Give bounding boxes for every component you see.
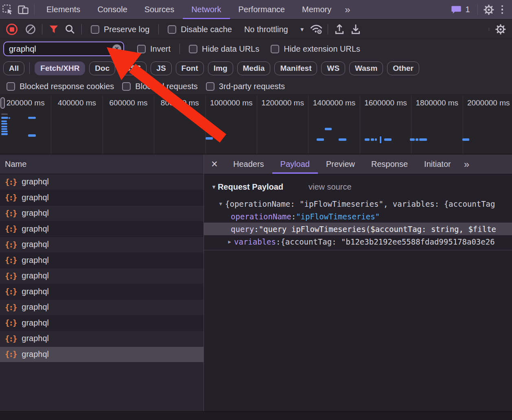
waterfall-bar[interactable] [462, 138, 469, 141]
detail-tab[interactable]: Headers [225, 155, 272, 174]
request-row[interactable]: {:} graphql [0, 268, 203, 284]
wifi-gear-icon [310, 23, 323, 36]
hide-extension-urls-checkbox[interactable] [271, 45, 279, 53]
request-row[interactable]: {:} graphql [0, 315, 203, 331]
waterfall-bar[interactable] [416, 138, 418, 141]
inspect-element-button[interactable] [0, 0, 15, 19]
extra-filter-checkbox[interactable] [122, 82, 131, 91]
timeline-brush-handle[interactable] [0, 97, 5, 109]
import-har-button[interactable] [331, 23, 348, 35]
detail-tab[interactable]: Initiator [416, 155, 459, 174]
timeline-tick: 1000000 ms [206, 95, 257, 154]
waterfall-bar[interactable] [206, 137, 213, 140]
preserve-log-checkbox[interactable] [91, 25, 99, 34]
type-chip[interactable]: Other [387, 61, 419, 75]
type-chip[interactable]: WS [321, 61, 345, 75]
main-tab[interactable]: Performance [230, 0, 294, 19]
request-row[interactable]: {:} graphql [0, 190, 203, 206]
waterfall-bar[interactable] [1, 126, 7, 127]
request-row[interactable]: {:} graphql [0, 237, 203, 253]
waterfall-bar[interactable] [379, 136, 382, 144]
type-chip[interactable]: Doc [89, 61, 115, 75]
network-overview-timeline[interactable]: 200000 ms400000 ms600000 ms800000 ms1000… [0, 95, 512, 154]
hide-data-urls-checkbox[interactable] [189, 45, 197, 53]
record-network-log-button[interactable] [6, 24, 18, 35]
type-chip[interactable]: Fetch/XHR [35, 61, 85, 75]
extra-filter-checkbox[interactable] [7, 82, 15, 91]
close-details-button[interactable]: × [204, 155, 225, 174]
detail-tab[interactable]: Preview [318, 155, 363, 174]
export-har-button[interactable] [348, 23, 364, 35]
request-payload-section[interactable]: ▼ Request Payload view source [204, 179, 512, 194]
request-row[interactable]: {:} graphql [0, 284, 203, 300]
waterfall-bar[interactable] [1, 117, 8, 119]
waterfall-bar[interactable] [365, 138, 370, 141]
settings-button[interactable] [481, 4, 497, 15]
filter-input[interactable] [3, 42, 124, 56]
payload-query-line-selected[interactable]: query: "query ipFlowTimeseries($accountT… [204, 223, 512, 235]
main-tab[interactable]: Elements [38, 0, 89, 19]
waterfall-bar[interactable] [1, 131, 8, 132]
waterfall-bar[interactable] [9, 117, 10, 119]
network-settings-button[interactable] [492, 24, 509, 35]
type-chip[interactable]: JS [151, 61, 171, 75]
filter-button[interactable] [46, 24, 62, 35]
waterfall-bar[interactable] [1, 133, 8, 135]
request-row[interactable]: {:} graphql [0, 347, 203, 363]
request-row[interactable]: {:} graphql [0, 174, 203, 190]
detail-tab[interactable]: Payload [272, 155, 318, 174]
chip-all[interactable]: All [3, 61, 24, 75]
waterfall-bar[interactable] [28, 117, 36, 119]
more-tabs-button[interactable]: » [340, 0, 355, 19]
invert-label: Invert [150, 44, 171, 54]
waterfall-bar[interactable] [339, 138, 346, 141]
request-row[interactable]: {:} graphql [0, 331, 203, 347]
clear-network-log-button[interactable] [22, 24, 39, 35]
waterfall-bar[interactable] [317, 138, 324, 141]
issues-button[interactable]: 1 [451, 4, 470, 15]
detail-tab[interactable]: Response [363, 155, 416, 174]
view-source-link[interactable]: view source [309, 182, 352, 192]
waterfall-bar[interactable] [371, 138, 374, 141]
upload-icon [333, 23, 346, 35]
main-tab[interactable]: Memory [293, 0, 340, 19]
waterfall-bar[interactable] [384, 138, 392, 141]
request-row[interactable]: {:} graphql [0, 253, 203, 269]
waterfall-bar[interactable] [325, 128, 332, 130]
main-tab[interactable]: Network [183, 0, 230, 19]
network-conditions-button[interactable] [308, 23, 324, 36]
device-toolbar-button[interactable] [15, 0, 31, 19]
request-row[interactable]: {:} graphql [0, 221, 203, 237]
waterfall-bar[interactable] [410, 138, 415, 141]
main-tab[interactable]: Console [89, 0, 136, 19]
type-chip[interactable]: Media [237, 61, 271, 75]
payload-operation-line[interactable]: operationName: "ipFlowTimeseries" [204, 210, 512, 223]
payload-variables-line[interactable]: ▶ variables: {accountTag: "b12e3b2192ee5… [204, 235, 512, 248]
more-detail-tabs-button[interactable]: » [459, 155, 474, 174]
request-row[interactable]: {:} graphql [0, 300, 203, 315]
type-chip[interactable]: Wasm [349, 61, 383, 75]
waterfall-bar[interactable] [1, 120, 7, 122]
type-chip[interactable]: Manifest [274, 61, 317, 75]
type-chip[interactable]: Img [208, 61, 233, 75]
search-button[interactable] [62, 24, 78, 35]
waterfall-bar[interactable] [1, 128, 7, 130]
waterfall-bar[interactable] [1, 123, 7, 125]
waterfall-bar[interactable] [1, 114, 8, 115]
invert-checkbox[interactable] [137, 45, 146, 53]
name-column-header[interactable]: Name [0, 155, 203, 174]
clear-filter-button[interactable]: × [112, 44, 121, 53]
menu-button[interactable] [497, 5, 508, 14]
extra-filter-checkbox[interactable] [206, 82, 214, 91]
json-braces-icon: {:} [5, 318, 16, 327]
payload-summary-line[interactable]: ▼ {operationName: "ipFlowTimeseries", va… [204, 197, 512, 210]
waterfall-bar[interactable] [375, 138, 377, 141]
waterfall-bar[interactable] [419, 138, 427, 141]
main-tab[interactable]: Sources [136, 0, 183, 19]
throttling-select[interactable]: No throttling ▼ [244, 25, 305, 34]
type-chip[interactable]: CSS [119, 61, 147, 75]
type-chip[interactable]: Font [176, 61, 204, 75]
waterfall-bar[interactable] [28, 134, 36, 137]
disable-cache-checkbox[interactable] [168, 25, 176, 34]
request-row[interactable]: {:} graphql [0, 206, 203, 221]
